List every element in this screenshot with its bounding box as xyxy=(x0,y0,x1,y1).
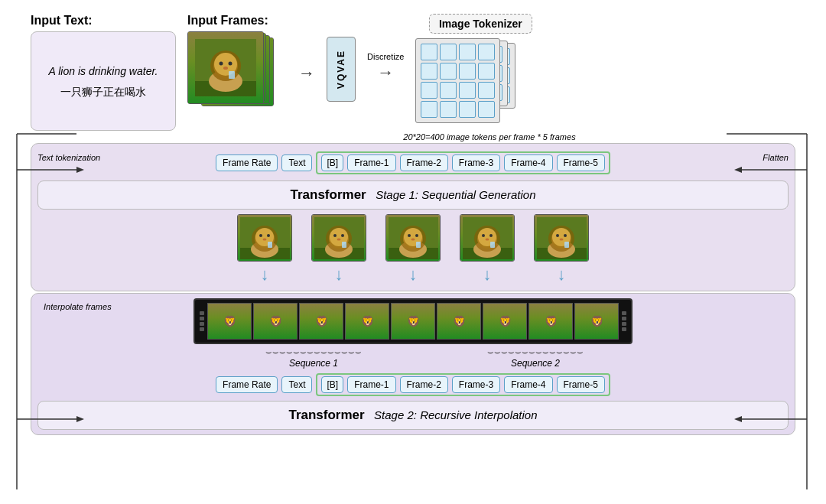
svg-point-50 xyxy=(411,238,415,240)
interpolate-label: Interpolate frames xyxy=(44,302,112,311)
transformer-stage2-box: Transformer Stage 2: Recursive Interpola… xyxy=(37,401,789,430)
stage2-text-token: Text xyxy=(281,376,312,393)
svg-point-68 xyxy=(556,234,559,237)
svg-point-59 xyxy=(489,234,493,237)
arrow-to-tokenizer: → xyxy=(377,63,394,83)
stage2-frame-rate-token: Frame Rate xyxy=(216,376,278,393)
stage2-frames-group: [B] Frame-1 Frame-2 Frame-3 Frame-4 Fram… xyxy=(316,373,610,396)
stage2-section: Interpolate frames 🦁 🦁 🦁 🦁 xyxy=(31,293,795,435)
stage1-section: Text tokenization Flatten Frame Rate Tex… xyxy=(31,143,795,291)
svg-rect-61 xyxy=(490,242,495,248)
stage1-frame-rate-token: Frame Rate xyxy=(216,154,278,171)
text-tokenization-label: Text tokenization xyxy=(37,153,100,162)
vqvae-box: VQVAE xyxy=(327,37,356,102)
input-text-english: A lion is drinking water. xyxy=(49,63,158,80)
stage2-frame4-token: Frame-4 xyxy=(504,376,552,393)
svg-point-28 xyxy=(259,234,262,237)
stage1-b-token: [B] xyxy=(321,154,343,171)
stage2-frame5-token: Frame-5 xyxy=(557,376,605,393)
discretize-label: Discretize xyxy=(367,52,404,61)
transformer1-title: Transformer xyxy=(291,187,366,202)
input-text-chinese: 一只狮子正在喝水 xyxy=(60,86,146,99)
sequence2-label: Sequence 2 xyxy=(511,358,560,369)
input-frames-label: Input Frames: xyxy=(187,14,268,28)
tokens-caption: 20*20=400 image tokens per frame * 5 fra… xyxy=(8,132,818,141)
svg-rect-31 xyxy=(268,242,272,248)
svg-point-39 xyxy=(341,234,344,237)
transformer-stage1-box: Transformer Stage 1: Sequential Generati… xyxy=(37,180,789,210)
gen-frame-3 xyxy=(385,214,441,262)
stage1-frame1-token: Frame-1 xyxy=(347,154,395,171)
svg-point-70 xyxy=(559,238,563,240)
arrow-to-vqvae: → xyxy=(298,63,315,83)
transformer1-subtitle: Stage 1: Sequential Generation xyxy=(376,188,535,201)
gen-frame-1 xyxy=(237,214,292,262)
sequence1-label: Sequence 1 xyxy=(289,358,338,369)
svg-rect-71 xyxy=(564,242,569,248)
stage1-frame4-token: Frame-4 xyxy=(504,154,552,171)
gen-frame-2 xyxy=(311,214,366,262)
stage1-text-token: Text xyxy=(281,154,312,171)
vqvae-label: VQVAE xyxy=(336,50,346,89)
svg-rect-41 xyxy=(342,242,346,248)
image-tokenizer-label: Image Tokenizer xyxy=(429,14,532,34)
down-arrow-1: ↓ xyxy=(237,265,292,285)
stage1-frame2-token: Frame-2 xyxy=(400,154,448,171)
svg-rect-21 xyxy=(229,71,235,79)
down-arrow-2: ↓ xyxy=(311,265,366,285)
film-strip: 🦁 🦁 🦁 🦁 🦁 🦁 🦁 🦁 🦁 xyxy=(193,298,633,344)
svg-point-40 xyxy=(337,238,340,240)
input-text-box: A lion is drinking water. 一只狮子正在喝水 xyxy=(31,31,176,131)
svg-point-18 xyxy=(220,62,223,66)
stage2-frame3-token: Frame-3 xyxy=(452,376,500,393)
svg-point-49 xyxy=(415,234,418,237)
down-arrow-4: ↓ xyxy=(460,265,515,285)
gen-frame-5 xyxy=(534,214,589,262)
lion-svg xyxy=(195,39,256,96)
stage1-frame3-token: Frame-3 xyxy=(452,154,500,171)
svg-point-20 xyxy=(223,67,228,70)
stage2-frame2-token: Frame-2 xyxy=(400,376,448,393)
svg-point-60 xyxy=(485,238,489,240)
svg-point-58 xyxy=(482,234,485,237)
svg-point-30 xyxy=(262,238,266,240)
transformer2-subtitle: Stage 2: Recursive Interpolation xyxy=(374,408,537,421)
svg-rect-51 xyxy=(416,242,421,248)
svg-point-69 xyxy=(564,234,567,237)
stage1-frames-group: [B] Frame-1 Frame-2 Frame-3 Frame-4 Fram… xyxy=(316,151,610,174)
svg-point-48 xyxy=(408,234,411,237)
svg-point-38 xyxy=(333,234,337,237)
down-arrow-3: ↓ xyxy=(385,265,441,285)
svg-point-29 xyxy=(267,234,270,237)
down-arrow-5: ↓ xyxy=(534,265,589,285)
stage1-frame5-token: Frame-5 xyxy=(557,154,605,171)
transformer2-title: Transformer xyxy=(288,408,364,422)
svg-point-19 xyxy=(229,62,233,66)
gen-frame-4 xyxy=(460,214,515,262)
diagram-container: Input Text: A lion is drinking water. 一只… xyxy=(0,0,826,504)
flatten-label: Flatten xyxy=(763,153,789,162)
stage2-frame1-token: Frame-1 xyxy=(347,376,395,393)
input-text-label: Input Text: xyxy=(31,14,176,28)
stage2-b-token: [B] xyxy=(321,376,343,393)
